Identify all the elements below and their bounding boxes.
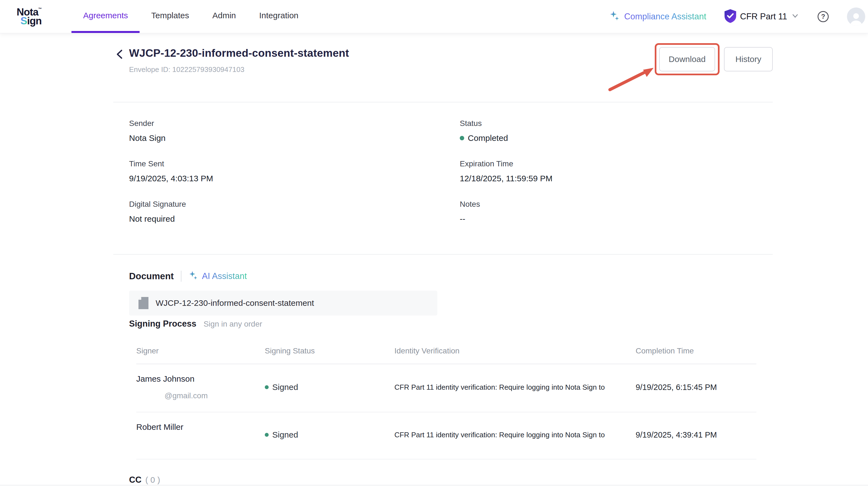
signer-name: James Johnson xyxy=(136,374,265,384)
document-item[interactable]: WJCP-12-230-informed-consent-statement xyxy=(129,291,437,316)
signer-cell: James Johnson @gmail.com xyxy=(136,374,265,400)
ai-assistant-button[interactable]: AI Assistant xyxy=(189,271,247,282)
history-button[interactable]: History xyxy=(724,47,773,71)
compliance-assistant-label: Compliance Assistant xyxy=(624,12,706,22)
expiration-label: Expiration Time xyxy=(460,159,773,168)
signer-cell: Robert Miller xyxy=(136,422,265,447)
nav-tab-templates[interactable]: Templates xyxy=(140,0,201,33)
digital-signature-label: Digital Signature xyxy=(129,200,460,209)
identity-verification-cell: CFR Part 11 identity verification: Requi… xyxy=(394,431,636,439)
signing-status-value: Signed xyxy=(272,383,298,392)
notes-label: Notes xyxy=(460,200,773,209)
app-footer: English © 2025 Nota Sign xyxy=(0,485,868,486)
completion-time-cell: 9/19/2025, 4:39:41 PM xyxy=(636,430,756,440)
field-expiration: Expiration Time 12/18/2025, 11:59:59 PM xyxy=(460,159,773,183)
action-buttons: Download History xyxy=(659,47,773,71)
shield-check-icon xyxy=(724,9,736,24)
signer-name: Robert Miller xyxy=(136,422,265,432)
col-signing-status: Signing Status xyxy=(265,347,394,355)
download-button[interactable]: Download xyxy=(659,47,715,71)
signer-email: @gmail.com xyxy=(136,391,265,400)
document-file-name: WJCP-12-230-informed-consent-statement xyxy=(156,298,314,308)
logo-line2: Sign xyxy=(17,17,41,25)
document-header-row: Document AI Assistant xyxy=(129,271,773,282)
document-icon xyxy=(138,297,149,309)
time-sent-label: Time Sent xyxy=(129,159,460,168)
status-label: Status xyxy=(460,119,773,128)
expiration-value: 12/18/2025, 11:59:59 PM xyxy=(460,174,773,183)
header-right: Compliance Assistant CFR Part 11 xyxy=(609,0,868,33)
envelope-details: Sender Nota Sign Status Completed Time S… xyxy=(113,102,773,240)
section-divider xyxy=(113,254,773,255)
status-value: Completed xyxy=(468,133,508,143)
nav-tab-integration[interactable]: Integration xyxy=(248,0,310,33)
digital-signature-value: Not required xyxy=(129,214,460,224)
cc-section: CC ( 0 ) xyxy=(129,475,773,485)
cc-label: CC xyxy=(129,475,142,485)
sender-label: Sender xyxy=(129,119,460,128)
help-button[interactable]: ? xyxy=(817,11,829,22)
field-time-sent: Time Sent 9/19/2025, 4:03:13 PM xyxy=(129,159,460,183)
signing-process-row: Signing Process Sign in any order xyxy=(129,319,773,329)
sparkle-icon xyxy=(609,10,620,23)
signers-table-header: Signer Signing Status Identity Verificat… xyxy=(136,347,756,364)
signing-process-heading: Signing Process xyxy=(129,319,196,329)
nav-tab-admin[interactable]: Admin xyxy=(201,0,248,33)
completion-time-cell: 9/19/2025, 6:15:45 PM xyxy=(636,383,756,392)
sender-value: Nota Sign xyxy=(129,133,460,143)
field-sender: Sender Nota Sign xyxy=(129,119,460,143)
field-notes: Notes -- xyxy=(460,200,773,224)
table-row: Robert Miller Signed CFR Part 11 identit… xyxy=(136,412,756,459)
ai-assistant-label: AI Assistant xyxy=(202,271,247,281)
compliance-assistant-button[interactable]: Compliance Assistant xyxy=(609,10,706,23)
cc-count: ( 0 ) xyxy=(146,475,160,485)
signing-status-value: Signed xyxy=(272,430,298,440)
user-avatar[interactable] xyxy=(847,7,865,26)
nav-tab-agreements[interactable]: Agreements xyxy=(71,0,140,33)
compliance-mode-selector[interactable]: CFR Part 11 xyxy=(724,9,799,24)
main-nav: Agreements Templates Admin Integration xyxy=(71,0,310,33)
agreement-detail-page: Nota™ Sign Agreements Templates Admin In… xyxy=(0,0,868,486)
notes-value: -- xyxy=(460,214,773,224)
col-signer: Signer xyxy=(136,347,265,355)
signing-status-cell: Signed xyxy=(265,383,394,392)
person-icon xyxy=(848,10,864,26)
status-badge: Completed xyxy=(460,133,773,143)
signing-status-cell: Signed xyxy=(265,430,394,440)
notasign-logo[interactable]: Nota™ Sign xyxy=(17,8,41,25)
col-completion-time: Completion Time xyxy=(636,347,756,355)
col-identity-verification: Identity Verification xyxy=(394,347,636,355)
signers-table: Signer Signing Status Identity Verificat… xyxy=(136,347,756,459)
table-row: James Johnson @gmail.com Signed CFR Part… xyxy=(136,364,756,412)
title-row: WJCP-12-230-informed-consent-statement E… xyxy=(113,47,773,89)
app-header: Nota™ Sign Agreements Templates Admin In… xyxy=(0,0,868,33)
back-button[interactable] xyxy=(114,49,125,60)
status-dot-icon xyxy=(265,433,269,437)
chevron-left-icon xyxy=(115,49,124,60)
field-status: Status Completed xyxy=(460,119,773,143)
time-sent-value: 9/19/2025, 4:03:13 PM xyxy=(129,174,460,183)
document-heading: Document xyxy=(129,271,174,282)
field-digital-signature: Digital Signature Not required xyxy=(129,200,460,224)
status-dot-icon xyxy=(460,136,464,140)
compliance-mode-label: CFR Part 11 xyxy=(740,12,787,22)
chevron-down-icon xyxy=(791,13,799,20)
signing-order-note: Sign in any order xyxy=(204,320,262,328)
sparkle-icon xyxy=(189,271,198,282)
identity-verification-cell: CFR Part 11 identity verification: Requi… xyxy=(394,383,636,392)
vertical-divider xyxy=(181,271,181,282)
signer-email xyxy=(136,440,265,447)
main-content: WJCP-12-230-informed-consent-statement E… xyxy=(0,33,868,485)
status-dot-icon xyxy=(265,385,269,389)
